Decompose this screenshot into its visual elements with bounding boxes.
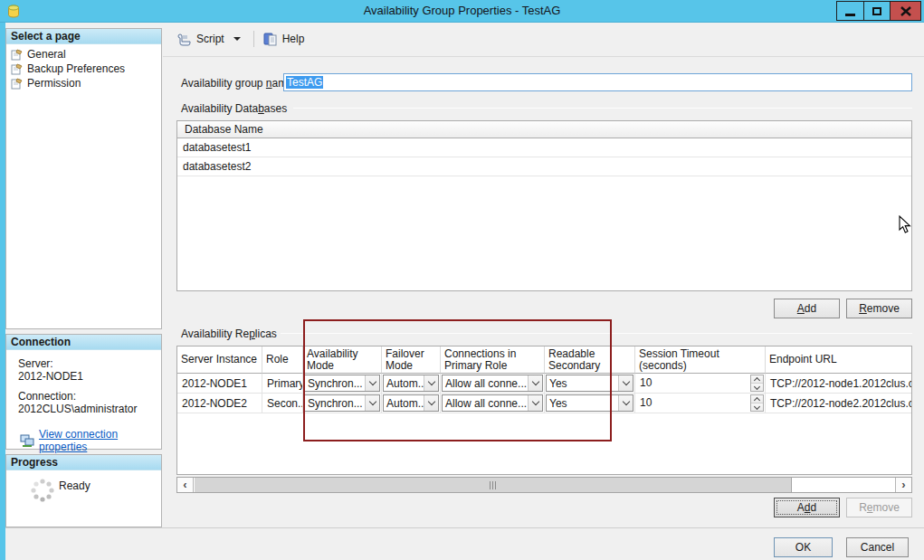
connections-in-primary-role-dropdown[interactable]: Allow all conne...: [442, 375, 543, 392]
title-bar: Availability Group Properties - TestAG: [0, 0, 924, 23]
replica-row-endpoint-url[interactable]: TCP://2012-node2.2012clus.com: [766, 394, 911, 413]
footer-divider: [5, 527, 924, 528]
sidebar-item-permission[interactable]: Permission: [6, 76, 161, 90]
failover-mode-dropdown[interactable]: Autom...: [383, 375, 439, 392]
section-rule: [293, 108, 912, 109]
replica-row-role: Primary: [262, 374, 303, 394]
connection-panel: Connection Server: 2012-NODE1 Connection…: [5, 334, 162, 450]
replica-row-server-instance[interactable]: 2012-NODE2: [177, 394, 262, 413]
script-button[interactable]: Script: [176, 33, 224, 46]
page-icon: [11, 49, 23, 61]
column-header-endpoint-url[interactable]: Endpoint URL: [766, 346, 911, 374]
databases-remove-button[interactable]: Remove: [846, 299, 912, 318]
replica-row-server-instance[interactable]: 2012-NODE1: [177, 374, 262, 394]
close-icon: [900, 6, 911, 16]
connection-label: Connection:: [18, 390, 161, 403]
sidebar-item-general[interactable]: General: [6, 47, 161, 62]
column-header-availability-mode[interactable]: Availability Mode: [303, 346, 382, 374]
help-button[interactable]: Help: [263, 33, 305, 46]
availability-mode-dropdown[interactable]: Synchron...: [304, 375, 380, 392]
availability-databases-label: Availability Databases: [181, 102, 287, 115]
spin-up-icon: [751, 375, 763, 383]
connections-in-primary-role-dropdown[interactable]: Allow all conne...: [442, 394, 543, 412]
availability-databases-table: Database Name databasetest1 databasetest…: [176, 120, 912, 291]
dialog-toolbar: Script Help: [163, 23, 924, 57]
column-header-session-timeout[interactable]: Session Timeout (seconds): [635, 346, 766, 374]
scroll-left-icon[interactable]: ‹: [177, 478, 194, 492]
databases-add-button[interactable]: Add: [774, 299, 840, 318]
chevron-down-icon: [424, 375, 438, 391]
script-icon: [176, 33, 192, 46]
selected-text: TestAG: [286, 76, 323, 89]
session-timeout-spinner[interactable]: 10: [636, 375, 764, 392]
availability-group-name-label: Availability group name:: [181, 77, 296, 90]
chevron-down-icon: [618, 395, 633, 411]
window-title: Availability Group Properties - TestAG: [0, 0, 924, 23]
spin-down-icon: [751, 403, 763, 411]
chevron-down-icon: [365, 395, 379, 411]
readable-secondary-dropdown[interactable]: Yes: [546, 375, 633, 392]
connection-header: Connection: [6, 335, 161, 350]
progress-status: Ready: [59, 479, 90, 492]
database-name-column-header[interactable]: Database Name: [177, 121, 911, 138]
maximize-icon: [872, 7, 881, 15]
replica-row-role: Secon...: [262, 394, 303, 413]
maximize-button[interactable]: [863, 1, 891, 21]
availability-replicas-table: Server Instance Role Availability Mode F…: [176, 346, 912, 475]
cancel-button[interactable]: Cancel: [846, 537, 909, 557]
page-icon: [11, 78, 23, 90]
spin-up-icon: [751, 395, 763, 403]
select-a-page-panel: Select a page General Backup Preferences…: [5, 28, 162, 329]
spin-down-icon: [751, 383, 763, 391]
table-row[interactable]: databasetest1: [177, 138, 911, 157]
availability-replicas-label: Availability Replicas: [181, 327, 277, 340]
table-row[interactable]: databasetest2: [177, 157, 911, 176]
progress-panel: Progress Ready: [5, 454, 162, 527]
script-dropdown-icon[interactable]: [233, 37, 241, 41]
replicas-remove-button[interactable]: Remove: [846, 498, 912, 517]
page-icon: [11, 63, 23, 75]
chevron-down-icon: [365, 375, 379, 391]
chevron-down-icon: [528, 395, 542, 411]
availability-group-properties-dialog: { "window": { "title": "Availability Gro…: [0, 0, 924, 560]
close-button[interactable]: [890, 1, 921, 21]
minimize-icon: [845, 14, 855, 16]
progress-spinner-icon: [30, 478, 55, 503]
scrollbar-thumb[interactable]: [195, 478, 792, 492]
replica-row-endpoint-url[interactable]: TCP://2012-node1.2012clus.com: [766, 374, 911, 394]
chevron-down-icon: [424, 395, 438, 411]
availability-mode-dropdown[interactable]: Synchron...: [304, 394, 380, 412]
column-header-role[interactable]: Role: [262, 346, 303, 374]
chevron-down-icon: [618, 375, 633, 391]
section-rule: [281, 333, 912, 334]
toolbar-separator: [253, 31, 254, 47]
column-header-connections-in-primary-role[interactable]: Connections in Primary Role: [441, 346, 545, 374]
replicas-horizontal-scrollbar[interactable]: ‹ ›: [176, 477, 912, 493]
minimize-button[interactable]: [836, 1, 864, 21]
server-label: Server:: [18, 357, 161, 370]
column-header-failover-mode[interactable]: Failover Mode: [382, 346, 441, 374]
replicas-add-button[interactable]: Add: [774, 498, 840, 517]
availability-group-name-input[interactable]: TestAG: [283, 73, 912, 91]
help-icon: [263, 33, 278, 46]
connection-properties-icon: [20, 434, 34, 447]
failover-mode-dropdown[interactable]: Autom...: [383, 394, 439, 412]
progress-header: Progress: [6, 455, 161, 470]
ok-button[interactable]: OK: [774, 537, 833, 557]
column-header-server-instance[interactable]: Server Instance: [177, 346, 262, 374]
scroll-right-icon[interactable]: ›: [895, 478, 911, 492]
sidebar-item-backup-preferences[interactable]: Backup Preferences: [6, 62, 161, 76]
server-value: 2012-NODE1: [18, 370, 161, 383]
connection-value: 2012CLUS\administrator: [18, 403, 161, 415]
select-a-page-header: Select a page: [6, 29, 161, 44]
view-connection-properties-link[interactable]: View connection properties: [39, 428, 161, 453]
chevron-down-icon: [528, 375, 542, 391]
column-header-readable-secondary[interactable]: Readable Secondary: [545, 346, 635, 374]
readable-secondary-dropdown[interactable]: Yes: [546, 394, 633, 412]
session-timeout-spinner[interactable]: 10: [636, 394, 764, 412]
